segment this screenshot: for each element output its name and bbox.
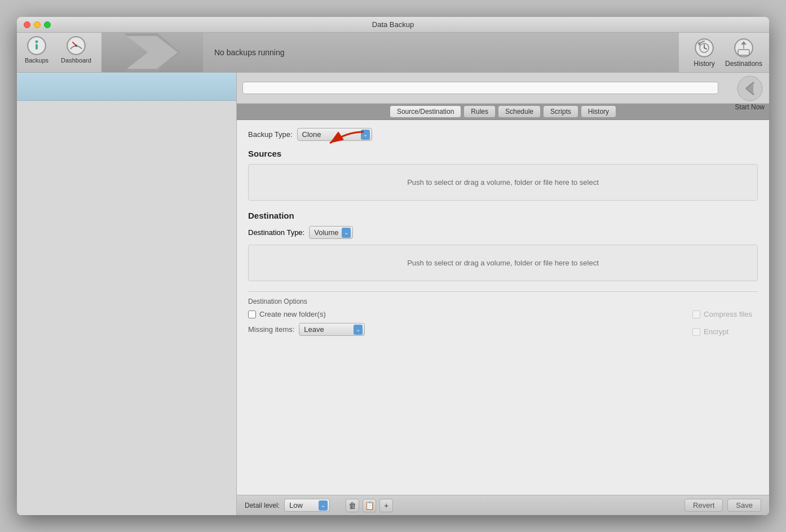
sidebar-top — [17, 73, 236, 101]
compress-files-row: Compress files — [692, 310, 752, 318]
destinations-icon — [733, 37, 754, 59]
svg-point-2 — [36, 41, 38, 43]
start-now-icon — [736, 75, 763, 102]
detail-level-label: Detail level: — [245, 502, 280, 509]
dashboard-icon — [66, 36, 86, 56]
bottom-bar: Detail level: Low Medium High ⌄ 🗑 📋 + Re… — [237, 495, 769, 515]
toolbar: Backups Dashboard No backups running — [17, 33, 769, 73]
traffic-lights — [24, 21, 51, 28]
destination-title: Destination — [248, 211, 758, 220]
sidebar-list — [17, 101, 236, 515]
destination-type-row: Destination Type: Volume Folder File ⌄ — [248, 226, 758, 239]
bottom-icons: 🗑 📋 + — [346, 499, 393, 512]
compress-files-label: Compress files — [704, 310, 752, 318]
create-folder-label: Create new folder(s) — [259, 310, 326, 318]
destination-drop-text: Push to select or drag a volume, folder … — [407, 259, 599, 267]
revert-button[interactable]: Revert — [685, 499, 723, 512]
search-input[interactable] — [242, 82, 718, 94]
sources-drop-zone[interactable]: Push to select or drag a volume, folder … — [248, 164, 758, 201]
backups-label: Backups — [25, 57, 48, 64]
toolbar-right: History Destinations — [679, 33, 769, 72]
status-text: No backups running — [214, 48, 285, 57]
tab-scripts[interactable]: Scripts — [543, 105, 579, 118]
detail-level-select-wrapper: Low Medium High ⌄ — [284, 499, 330, 512]
start-now-label: Start Now — [735, 103, 765, 111]
logo-arrow-icon — [124, 33, 180, 72]
destination-type-label: Destination Type: — [248, 228, 304, 237]
tabs-bar: Source/Destination Rules Schedule Script… — [237, 104, 769, 120]
content-header: Start Now — [237, 73, 769, 104]
destination-options: Destination Options Create new folder(s)… — [248, 291, 758, 346]
history-icon — [694, 37, 715, 59]
tab-history[interactable]: History — [581, 105, 616, 118]
status-area: No backups running — [203, 33, 679, 72]
svg-point-7 — [75, 45, 77, 47]
add-button[interactable]: + — [379, 499, 393, 512]
sources-drop-text: Push to select or drag a volume, folder … — [407, 178, 599, 187]
tab-source-destination[interactable]: Source/Destination — [390, 105, 461, 118]
form-content: Backup Type: Clone Synchronize Bootable … — [237, 120, 769, 495]
backups-button[interactable]: Backups — [17, 33, 56, 66]
minimize-button[interactable] — [34, 21, 41, 28]
maximize-button[interactable] — [44, 21, 51, 28]
annotation-arrow — [313, 129, 369, 152]
destination-drop-zone[interactable]: Push to select or drag a volume, folder … — [248, 245, 758, 281]
encrypt-label: Encrypt — [704, 327, 728, 336]
dashboard-button[interactable]: Dashboard — [56, 33, 96, 66]
compress-files-checkbox[interactable] — [692, 311, 700, 318]
detail-level-select[interactable]: Low Medium High — [284, 499, 330, 512]
main-area: Start Now Source/Destination Rules Sched… — [17, 73, 769, 515]
missing-items-select-wrapper: Leave Delete Move to Trash ⌄ — [299, 323, 365, 336]
app-logo — [101, 33, 203, 72]
info-icon — [27, 36, 47, 56]
duplicate-button[interactable]: 📋 — [363, 499, 376, 512]
tab-rules[interactable]: Rules — [463, 105, 496, 118]
svg-rect-3 — [36, 44, 38, 50]
content-area: Start Now Source/Destination Rules Sched… — [237, 73, 769, 515]
create-folder-checkbox[interactable] — [248, 311, 256, 318]
history-nav-button[interactable]: History — [685, 33, 724, 72]
title-bar: Data Backup — [17, 17, 769, 33]
bottom-right-buttons: Revert Save — [685, 499, 761, 512]
encrypt-row: Encrypt — [692, 327, 752, 336]
tab-schedule[interactable]: Schedule — [498, 105, 541, 118]
svg-marker-9 — [127, 36, 178, 69]
encrypt-checkbox[interactable] — [692, 328, 700, 336]
missing-items-label: Missing items: — [248, 325, 294, 334]
destinations-nav-button[interactable]: Destinations — [724, 33, 763, 72]
save-button[interactable]: Save — [727, 499, 761, 512]
sidebar — [17, 73, 237, 515]
dashboard-label: Dashboard — [61, 57, 91, 64]
create-folder-row: Create new folder(s) — [248, 310, 365, 318]
missing-items-select[interactable]: Leave Delete Move to Trash — [299, 323, 365, 336]
destination-type-select[interactable]: Volume Folder File — [309, 226, 353, 239]
start-now-button[interactable]: Start Now — [735, 75, 765, 111]
history-nav-label: History — [694, 60, 714, 68]
destination-type-select-wrapper: Volume Folder File ⌄ — [309, 226, 353, 239]
backup-type-label: Backup Type: — [248, 130, 293, 139]
destination-options-label: Destination Options — [248, 298, 758, 305]
window-title: Data Backup — [372, 20, 414, 29]
missing-items-row: Missing items: Leave Delete Move to Tras… — [248, 323, 365, 336]
destinations-nav-label: Destinations — [725, 60, 762, 68]
delete-button[interactable]: 🗑 — [346, 499, 359, 512]
close-button[interactable] — [24, 21, 30, 28]
